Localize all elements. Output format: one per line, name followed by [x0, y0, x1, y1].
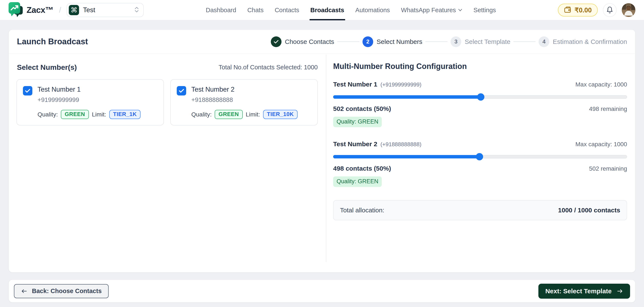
routing-number-name: Test Number 1 — [333, 81, 377, 88]
number-card-content: Test Number 2 +91888888888 Quality: GREE… — [191, 86, 298, 119]
routing-row-1: Test Number 1 (+91999999999) Max capacit… — [333, 81, 627, 127]
number-name: Test Number 2 — [191, 86, 298, 93]
step-label: Select Template — [465, 38, 510, 45]
nav-link-broadcasts[interactable]: Broadcasts — [310, 0, 344, 20]
number-1-checkbox[interactable] — [23, 86, 32, 95]
limit-label: Limit: — [92, 111, 106, 118]
next-button[interactable]: Next: Select Template — [538, 284, 630, 299]
number-card-2[interactable]: Test Number 2 +91888888888 Quality: GREE… — [170, 79, 318, 125]
slider-thumb[interactable] — [477, 93, 484, 101]
workspace-selector[interactable]: ⌘ Test — [67, 3, 144, 17]
routing-row-header: Test Number 2 (+91888888888) Max capacit… — [333, 140, 627, 148]
app-logo-icon — [8, 2, 23, 18]
number-card-1[interactable]: Test Number 1 +91999999999 Quality: GREE… — [16, 79, 164, 125]
step-choose-contacts[interactable]: Choose Contacts — [271, 36, 334, 47]
remaining-contacts: 498 remaining — [589, 106, 627, 112]
total-contacts-selected: Total No.of Contacts Selected: 1000 — [218, 64, 318, 71]
card-body: Select Number(s) Total No.of Contacts Se… — [9, 54, 635, 272]
selector-chevrons-icon — [134, 6, 139, 14]
allocated-contacts: 498 contacts (50%) — [333, 165, 391, 172]
allocation-slider-1[interactable] — [333, 93, 627, 101]
nav-link-contacts[interactable]: Contacts — [275, 0, 299, 20]
routing-number-phone: (+91888888888) — [380, 141, 422, 148]
notifications-button[interactable] — [603, 3, 616, 17]
arrow-left-icon — [21, 289, 27, 294]
quality-label: Quality: — [191, 111, 212, 118]
nav-right-cluster: ₹0.00 — [558, 3, 636, 17]
routing-row-header: Test Number 1 (+91999999999) Max capacit… — [333, 81, 627, 88]
limit-label: Limit: — [246, 111, 260, 118]
number-meta: Quality: GREEN Limit: TIER_10K — [191, 110, 298, 119]
number-name: Test Number 1 — [38, 86, 140, 93]
number-cards-row: Test Number 1 +91999999999 Quality: GREE… — [16, 79, 318, 125]
number-phone: +91999999999 — [38, 96, 140, 103]
step-connector — [337, 41, 360, 42]
allocation-slider-2[interactable] — [333, 153, 627, 161]
nav-link-automations[interactable]: Automations — [356, 0, 390, 20]
number-phone: +91888888888 — [191, 96, 298, 103]
total-allocation-value: 1000 / 1000 contacts — [558, 207, 620, 214]
nav-link-chats[interactable]: Chats — [247, 0, 264, 20]
check-icon — [25, 88, 30, 93]
step-check-icon — [271, 36, 282, 47]
wizard-footer: Back: Choose Contacts Next: Select Templ… — [8, 280, 636, 303]
wallet-balance-button[interactable]: ₹0.00 — [558, 4, 598, 16]
slider-fill — [333, 95, 481, 99]
workspace-left: ⌘ Test — [69, 5, 95, 15]
max-capacity: Max capacity: 1000 — [576, 141, 627, 148]
limit-badge: TIER_10K — [263, 110, 298, 119]
check-icon — [179, 88, 184, 93]
nav-links: Dashboard Chats Contacts Broadcasts Auto… — [144, 0, 558, 20]
slider-thumb[interactable] — [476, 153, 483, 160]
routing-row-stats: 498 contacts (50%) 502 remaining — [333, 165, 627, 172]
wallet-amount: ₹0.00 — [574, 6, 592, 14]
step-number: 2 — [362, 36, 373, 47]
remaining-contacts: 502 remaining — [589, 165, 627, 172]
select-numbers-header: Select Number(s) Total No.of Contacts Se… — [17, 63, 318, 71]
nav-link-settings[interactable]: Settings — [474, 0, 496, 20]
limit-badge: TIER_1K — [109, 110, 140, 119]
routing-row-stats: 502 contacts (50%) 498 remaining — [333, 105, 627, 112]
step-estimation-confirmation[interactable]: 4 Estimation & Confirmation — [538, 36, 627, 47]
number-card-content: Test Number 1 +91999999999 Quality: GREE… — [38, 86, 140, 119]
quality-pill: Quality: GREEN — [333, 117, 382, 127]
nav-link-dashboard[interactable]: Dashboard — [206, 0, 236, 20]
routing-configuration-panel: Multi-Number Routing Configuration Test … — [326, 54, 635, 272]
step-connector — [425, 41, 448, 42]
routing-number-phone: (+91999999999) — [380, 81, 422, 88]
user-avatar[interactable] — [622, 3, 636, 17]
nav-left-cluster: Zacx™ / ⌘ Test — [8, 2, 144, 18]
select-numbers-panel: Select Number(s) Total No.of Contacts Se… — [9, 54, 326, 272]
total-allocation-box: Total allocation: 1000 / 1000 contacts — [333, 200, 627, 220]
top-navigation: Zacx™ / ⌘ Test Dashboard Chats Contacts … — [0, 0, 644, 20]
total-allocation-label: Total allocation: — [340, 207, 384, 214]
step-number: 4 — [538, 36, 549, 47]
step-connector — [513, 41, 536, 42]
step-label: Select Numbers — [377, 38, 422, 45]
back-button-label: Back: Choose Contacts — [32, 288, 102, 295]
workspace-name: Test — [83, 6, 95, 14]
routing-number-name: Test Number 2 — [333, 140, 377, 148]
routing-row-2: Test Number 2 (+91888888888) Max capacit… — [333, 140, 627, 187]
launch-broadcast-card: Launch Broadcast Choose Contacts 2 Selec… — [8, 29, 636, 273]
quality-badge: GREEN — [215, 110, 243, 119]
step-number: 3 — [450, 36, 461, 47]
brand-name: Zacx™ — [26, 5, 53, 15]
step-select-numbers[interactable]: 2 Select Numbers — [362, 36, 422, 47]
allocated-contacts: 502 contacts (50%) — [333, 105, 391, 112]
quality-label: Quality: — [38, 111, 58, 118]
chevron-down-icon — [458, 8, 462, 11]
number-2-checkbox[interactable] — [177, 86, 186, 95]
nav-link-whatsapp-features[interactable]: WhatsApp Features — [401, 0, 462, 20]
whatsapp-features-label: WhatsApp Features — [401, 7, 456, 14]
brand-separator: / — [59, 5, 61, 14]
card-header: Launch Broadcast Choose Contacts 2 Selec… — [9, 30, 635, 54]
step-label: Estimation & Confirmation — [553, 38, 627, 45]
broadcast-stepper: Choose Contacts 2 Select Numbers 3 Selec… — [271, 36, 627, 47]
routing-heading: Multi-Number Routing Configuration — [333, 62, 627, 71]
max-capacity: Max capacity: 1000 — [576, 81, 627, 88]
step-select-template[interactable]: 3 Select Template — [450, 36, 510, 47]
back-button[interactable]: Back: Choose Contacts — [14, 284, 108, 298]
quality-badge: GREEN — [61, 110, 89, 119]
arrow-right-icon — [617, 289, 623, 294]
